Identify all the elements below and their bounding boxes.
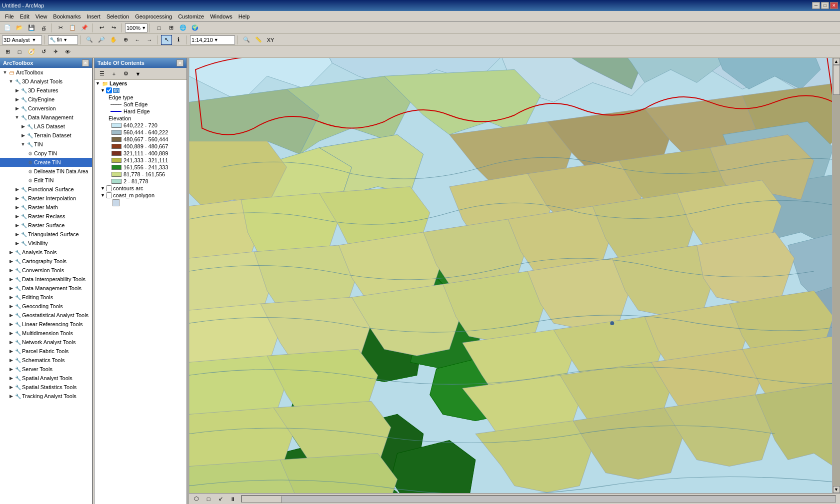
zoom-in-btn[interactable]: 🔍 [84, 35, 95, 45]
undo-btn[interactable]: ↩ [96, 23, 107, 33]
arctoolbox-close-button[interactable]: × [82, 59, 89, 66]
multidim-expand[interactable]: ▶ [8, 330, 14, 336]
save-btn[interactable]: 💾 [26, 23, 37, 33]
root-expand-icon[interactable]: ▼ [2, 69, 8, 75]
tin-layer-checkbox[interactable] [106, 87, 112, 93]
prev-extent-btn[interactable]: ← [132, 35, 143, 45]
3d-features-expand[interactable]: ▶ [14, 87, 20, 93]
parcel-item[interactable]: ▶ 🔧 Parcel Fabric Tools [0, 347, 92, 356]
menu-insert[interactable]: Insert [84, 12, 104, 20]
linear-ref-expand[interactable]: ▶ [8, 321, 14, 327]
parcel-expand[interactable]: ▶ [8, 348, 14, 354]
cartography-tools-item[interactable]: ▶ 🔧 Cartography Tools [0, 257, 92, 266]
map-extent-btn[interactable]: ⊞ [2, 47, 13, 57]
open-btn[interactable]: 📂 [14, 23, 25, 33]
zoom-out-btn[interactable]: 🔎 [96, 35, 107, 45]
terrain-expand[interactable]: ▶ [20, 132, 26, 138]
layout-btn[interactable]: □ [14, 47, 25, 57]
contours-checkbox[interactable] [106, 185, 112, 191]
toc-options-btn[interactable]: ▼ [132, 69, 144, 79]
tracking-item[interactable]: ▶ 🔧 Tracking Analyst Tools [0, 392, 92, 401]
network-analyst-item[interactable]: ▶ 🔧 Network Analyst Tools [0, 338, 92, 347]
terrain-dataset-item[interactable]: ▶ 🔧 Terrain Dataset [0, 131, 92, 140]
toc-list-view-btn[interactable]: ☰ [96, 69, 108, 79]
pan-btn[interactable]: ✋ [108, 35, 119, 45]
cut-btn[interactable]: ✂ [55, 23, 66, 33]
next-extent-btn[interactable]: → [144, 35, 155, 45]
3d-expand[interactable]: ▼ [8, 78, 14, 84]
menu-view[interactable]: View [32, 12, 50, 20]
copy-btn[interactable]: 📋 [67, 23, 78, 33]
find-btn[interactable]: 🔍 [241, 35, 252, 45]
goto-xy-btn[interactable]: XY [265, 35, 276, 45]
3d-analyst-tools-item[interactable]: ▼ 🔧 3D Analyst Tools [0, 77, 92, 86]
scene-viewer-btn[interactable]: 👁 [62, 47, 73, 57]
layout-view-btn[interactable]: □ [154, 23, 164, 33]
maximize-button[interactable]: □ [821, 2, 829, 9]
data-interop-expand[interactable]: ▶ [8, 276, 14, 282]
menu-geoprocessing[interactable]: Geoprocessing [132, 12, 175, 20]
edit-tin-item[interactable]: ⚙ Edit TIN [0, 176, 92, 185]
conversion-item[interactable]: ▶ 🔧 Conversion [0, 104, 92, 113]
menu-windows[interactable]: Windows [207, 12, 236, 20]
server-expand[interactable]: ▶ [8, 366, 14, 372]
raster-surface-expand[interactable]: ▶ [14, 222, 20, 228]
menu-file[interactable]: File [2, 12, 17, 20]
arcoolbox-root-item[interactable]: ▼ 🗃 ArcToolbox [0, 68, 92, 77]
scroll-up-btn[interactable]: ▲ [833, 58, 840, 65]
print-btn[interactable]: 🖨 [38, 23, 49, 33]
tin-layer-item[interactable]: ▼ tin [94, 87, 186, 94]
create-tin-item[interactable]: ⚙ Create TIN [0, 158, 92, 167]
tri-surface-item[interactable]: ▶ 🔧 Triangulated Surface [0, 230, 92, 239]
las-dataset-item[interactable]: ▶ 🔧 LAS Dataset [0, 122, 92, 131]
close-window-button[interactable]: ✕ [830, 2, 838, 9]
raster-surface-item[interactable]: ▶ 🔧 Raster Surface [0, 221, 92, 230]
raster-reclass-item[interactable]: ▶ 🔧 Raster Reclass [0, 212, 92, 221]
map-fullscreen-btn[interactable]: □ [203, 494, 214, 504]
map-area[interactable]: ⬡ □ ↙ ⏸ ▲ ▼ [189, 58, 840, 504]
server-item[interactable]: ▶ 🔧 Server Tools [0, 365, 92, 374]
raster-math-item[interactable]: ▶ 🔧 Raster Math [0, 203, 92, 212]
identify-btn[interactable]: ℹ [173, 35, 184, 45]
map-scroll-slider[interactable] [241, 496, 836, 503]
fly-btn[interactable]: ✈ [50, 47, 61, 57]
data-mgmt-tools-expand[interactable]: ▶ [8, 285, 14, 291]
map-pause-btn[interactable]: ⏸ [227, 494, 238, 504]
scroll-track[interactable] [833, 65, 840, 486]
menu-customize[interactable]: Customize [175, 12, 207, 20]
map-overview-btn[interactable]: ⬡ [191, 494, 202, 504]
multidim-item[interactable]: ▶ 🔧 Multidimension Tools [0, 329, 92, 338]
las-expand[interactable]: ▶ [20, 123, 26, 129]
menu-selection[interactable]: Selection [104, 12, 132, 20]
network-expand[interactable]: ▶ [8, 339, 14, 345]
data-mgmt-tools-item[interactable]: ▶ 🔧 Data Management Tools [0, 284, 92, 293]
func-surface-expand[interactable]: ▶ [14, 186, 20, 192]
web-btn[interactable]: 🌍 [190, 23, 200, 33]
functional-surface-item[interactable]: ▶ 🔧 Functional Surface [0, 185, 92, 194]
paste-btn[interactable]: 📌 [79, 23, 90, 33]
analysis-expand[interactable]: ▶ [8, 249, 14, 255]
scale-input[interactable]: 1:14,210 ▼ [190, 35, 235, 44]
cartography-expand[interactable]: ▶ [8, 258, 14, 264]
visibility-expand[interactable]: ▶ [14, 240, 20, 246]
spatial-stats-item[interactable]: ▶ 🔧 Spatial Statistics Tools [0, 383, 92, 392]
conversion-expand[interactable]: ▶ [14, 105, 20, 111]
spatial-stats-expand[interactable]: ▶ [8, 384, 14, 390]
geostat-item[interactable]: ▶ 🔧 Geostatistical Analyst Tools [0, 311, 92, 320]
linear-ref-item[interactable]: ▶ 🔧 Linear Referencing Tools [0, 320, 92, 329]
select-features-btn[interactable]: ↖ [161, 35, 172, 45]
coast-checkbox[interactable] [106, 192, 112, 198]
schematics-item[interactable]: ▶ 🔧 Schematics Tools [0, 356, 92, 365]
conversion-tools-item[interactable]: ▶ 🔧 Conversion Tools [0, 266, 92, 275]
tin-folder-item[interactable]: ▼ 🔧 TIN [0, 140, 92, 149]
conv-tools-expand[interactable]: ▶ [8, 267, 14, 273]
raster-interp-expand[interactable]: ▶ [14, 195, 20, 201]
contours-arc-item[interactable]: ▼ contours arc [94, 185, 186, 192]
editing-expand[interactable]: ▶ [8, 294, 14, 300]
geocoding-expand[interactable]: ▶ [8, 303, 14, 309]
data-mgmt-expand[interactable]: ▼ [14, 114, 20, 120]
redo-btn[interactable]: ↪ [108, 23, 119, 33]
data-management-item[interactable]: ▼ 🔧 Data Management [0, 113, 92, 122]
map-vertical-scrollbar[interactable]: ▲ ▼ [832, 58, 840, 493]
cityengine-expand[interactable]: ▶ [14, 96, 20, 102]
